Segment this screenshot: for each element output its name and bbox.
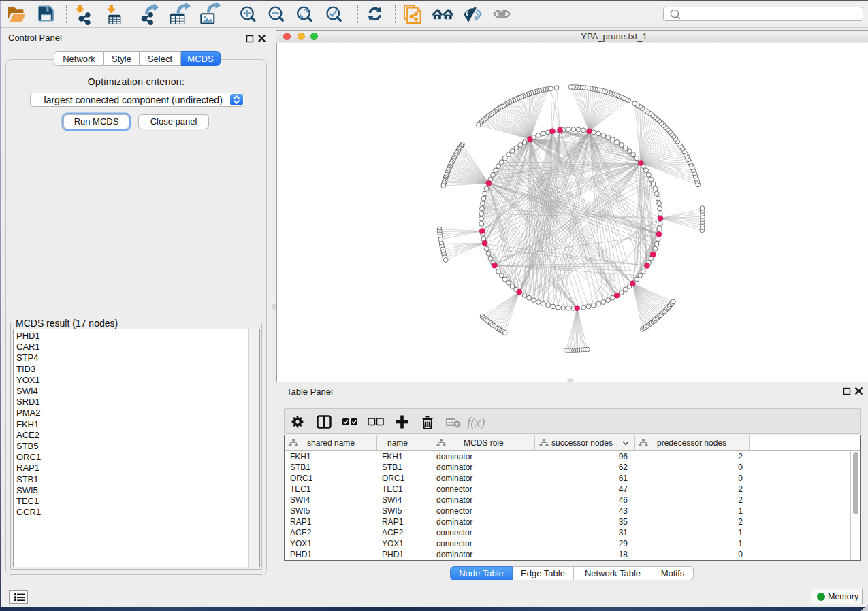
svg-text:f(x): f(x) (467, 415, 485, 430)
